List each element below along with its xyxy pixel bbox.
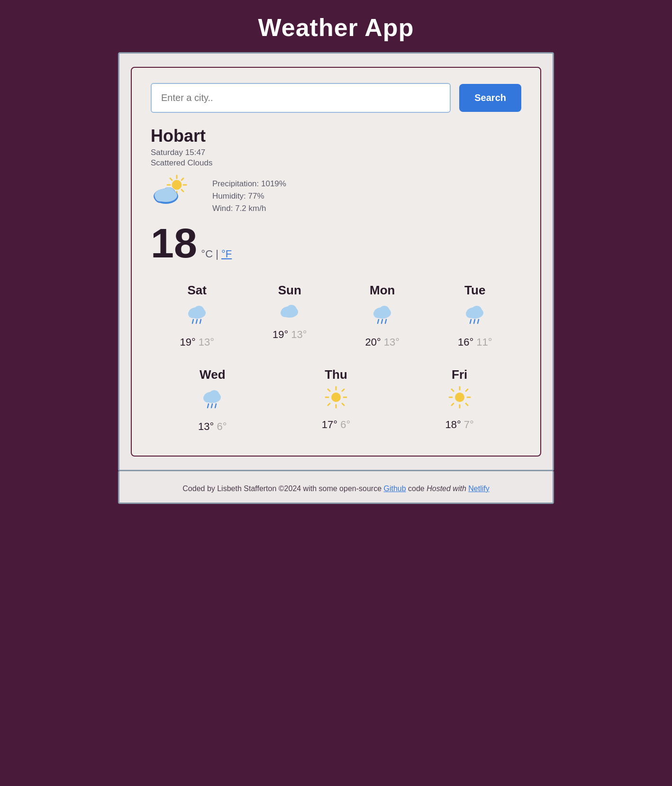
forecast-day: Fri 18° 7° bbox=[398, 362, 521, 439]
forecast-high: 20° bbox=[365, 336, 381, 348]
forecast-high: 18° bbox=[445, 419, 461, 430]
forecast-low: 13° bbox=[384, 336, 400, 348]
current-weather-row: Precipitation: 1019% Humidity: 77% Wind:… bbox=[151, 174, 521, 218]
svg-line-46 bbox=[328, 389, 330, 391]
forecast-icon bbox=[325, 386, 347, 413]
current-weather-icon bbox=[151, 174, 193, 218]
forecast-temps: 19° 13° bbox=[180, 336, 214, 348]
search-row: Search bbox=[151, 83, 521, 113]
city-name: Hobart bbox=[151, 126, 521, 146]
svg-line-56 bbox=[466, 403, 468, 405]
wind-stat: Wind: 7.2 km/h bbox=[212, 204, 286, 213]
svg-point-59 bbox=[455, 393, 464, 402]
current-weather-section: Hobart Saturday 15:47 Scattered Clouds bbox=[151, 126, 521, 264]
footer-text-between: code bbox=[406, 484, 427, 493]
forecast-day-name: Wed bbox=[200, 367, 225, 382]
search-button[interactable]: Search bbox=[459, 84, 521, 112]
current-condition: Scattered Clouds bbox=[151, 158, 521, 168]
forecast-day: Sat 19° 13° bbox=[151, 277, 244, 354]
app-title: Weather App bbox=[0, 13, 672, 42]
svg-line-28 bbox=[381, 320, 382, 323]
svg-point-14 bbox=[163, 187, 175, 200]
fahrenheit-toggle[interactable]: °F bbox=[221, 248, 232, 260]
forecast-day: Thu 17° 6° bbox=[274, 362, 398, 439]
forecast-low: 6° bbox=[340, 419, 350, 430]
city-search-input[interactable] bbox=[151, 83, 451, 113]
forecast-day: Tue 16° 11° bbox=[429, 277, 522, 354]
humidity-stat: Humidity: 77% bbox=[212, 192, 286, 201]
footer: Coded by Lisbeth Stafferton ©2024 with s… bbox=[118, 471, 554, 504]
forecast-temps: 17° 6° bbox=[322, 419, 350, 431]
svg-line-29 bbox=[385, 320, 386, 323]
weather-stats: Precipitation: 1019% Humidity: 77% Wind:… bbox=[212, 179, 286, 213]
forecast-day-name: Fri bbox=[452, 367, 467, 382]
svg-point-32 bbox=[472, 306, 482, 316]
forecast-day-name: Mon bbox=[370, 283, 395, 298]
svg-line-48 bbox=[342, 389, 344, 391]
forecast-day: Wed 13° 6° bbox=[151, 362, 274, 439]
forecast-high: 13° bbox=[198, 420, 214, 432]
svg-line-41 bbox=[215, 404, 216, 408]
svg-line-39 bbox=[208, 404, 209, 408]
temperature-row: 18 °C | °F bbox=[151, 222, 521, 264]
svg-point-8 bbox=[172, 180, 182, 190]
forecast-icon bbox=[278, 302, 301, 323]
svg-point-26 bbox=[379, 306, 390, 316]
precipitation-stat: Precipitation: 1019% bbox=[212, 179, 286, 189]
svg-point-50 bbox=[331, 393, 341, 402]
footer-hosted-text: Hosted with bbox=[427, 484, 466, 493]
svg-line-33 bbox=[470, 320, 471, 323]
forecast-high: 19° bbox=[272, 329, 288, 340]
svg-line-3 bbox=[182, 190, 183, 192]
forecast-low: 7° bbox=[464, 419, 474, 430]
inner-card: Search Hobart Saturday 15:47 Scattered C… bbox=[131, 67, 541, 457]
forecast-high: 16° bbox=[458, 336, 473, 348]
footer-text-before-github: Coded by Lisbeth Stafferton ©2024 with s… bbox=[182, 484, 383, 493]
forecast-low: 13° bbox=[291, 329, 307, 340]
svg-line-18 bbox=[192, 320, 193, 323]
svg-line-34 bbox=[474, 320, 475, 323]
forecast-day-name: Tue bbox=[464, 283, 485, 298]
svg-line-57 bbox=[466, 389, 468, 391]
forecast-day-name: Sat bbox=[188, 283, 207, 298]
forecast-icon bbox=[371, 302, 394, 330]
forecast-high: 19° bbox=[180, 336, 195, 348]
svg-line-7 bbox=[170, 178, 172, 180]
forecast-temps: 19° 13° bbox=[272, 329, 307, 341]
forecast-temps: 13° 6° bbox=[198, 420, 227, 433]
temperature-value: 18 bbox=[151, 219, 197, 266]
outer-card: Search Hobart Saturday 15:47 Scattered C… bbox=[118, 52, 554, 471]
forecast-icon bbox=[463, 302, 486, 330]
forecast-top-row: Sat 19° 13° Sun 19° 13° Mon bbox=[151, 277, 521, 354]
forecast-day: Sun 19° 13° bbox=[244, 277, 336, 354]
app-header: Weather App bbox=[0, 0, 672, 52]
svg-line-49 bbox=[328, 403, 330, 405]
svg-line-58 bbox=[452, 403, 454, 405]
svg-line-1 bbox=[182, 178, 183, 180]
github-link[interactable]: Github bbox=[383, 484, 406, 493]
forecast-day: Mon 20° 13° bbox=[336, 277, 429, 354]
forecast-icon bbox=[448, 386, 471, 413]
svg-point-23 bbox=[286, 305, 297, 315]
svg-line-35 bbox=[478, 320, 479, 323]
svg-point-17 bbox=[194, 306, 204, 316]
svg-line-47 bbox=[342, 403, 344, 405]
forecast-low: 11° bbox=[476, 336, 492, 348]
forecast-temps: 18° 7° bbox=[445, 419, 473, 431]
forecast-low: 6° bbox=[217, 420, 227, 432]
forecast-day-name: Thu bbox=[325, 367, 347, 382]
current-datetime: Saturday 15:47 bbox=[151, 148, 521, 157]
forecast-low: 13° bbox=[199, 336, 214, 348]
forecast-temps: 20° 13° bbox=[365, 336, 400, 348]
svg-line-40 bbox=[211, 404, 212, 408]
forecast-icon bbox=[201, 386, 224, 415]
svg-line-27 bbox=[378, 320, 379, 323]
svg-line-19 bbox=[196, 320, 197, 323]
netlify-link[interactable]: Netlify bbox=[468, 484, 489, 493]
svg-point-38 bbox=[209, 390, 219, 401]
forecast-day-name: Sun bbox=[278, 283, 301, 298]
svg-line-55 bbox=[452, 389, 454, 391]
temp-unit-celsius: °C | °F bbox=[201, 248, 232, 260]
svg-line-20 bbox=[200, 320, 201, 323]
forecast-bottom-row: Wed 13° 6° Thu bbox=[151, 362, 521, 439]
